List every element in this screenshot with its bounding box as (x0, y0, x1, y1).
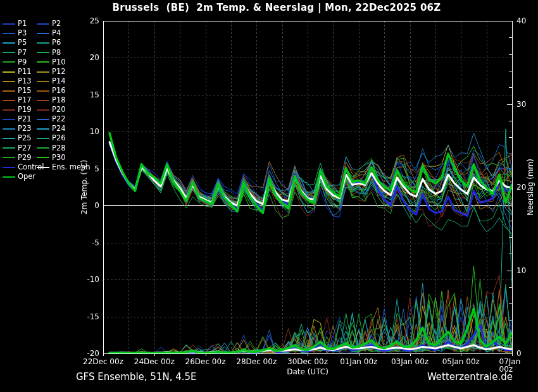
x-tick-label: 03Jan 00z (391, 358, 429, 365)
legend-item-p14: P14 (37, 77, 66, 86)
legend-swatch-p24 (37, 128, 49, 130)
right-axis-label: Neerslag (mm) (527, 159, 534, 216)
y-left-tick-label: 15 (74, 91, 99, 99)
legend-item-p12: P12 (37, 68, 66, 77)
x-tick-label: 01Jan 00z (340, 358, 377, 365)
footer-branding: Wetterzentrale.de (427, 372, 513, 382)
legend-label-p2: P2 (52, 20, 61, 28)
legend-label-oper: Oper (18, 173, 35, 181)
x-tick-label: 07Jan 00z (499, 358, 525, 373)
legend-label-p20: P20 (52, 106, 66, 114)
legend-swatch-p25 (3, 138, 15, 139)
legend-label-p24: P24 (52, 125, 66, 133)
legend-item-p2: P2 (37, 20, 61, 28)
legend-swatch-p14 (37, 81, 49, 82)
legend-label-p22: P22 (52, 116, 66, 123)
legend-label-p12: P12 (52, 68, 66, 76)
legend-swatch-ens-mean (37, 167, 49, 168)
legend-swatch-p8 (37, 52, 49, 53)
y-left-tick-label: -5 (74, 239, 99, 247)
legend-item-p24: P24 (37, 125, 66, 133)
legend-item-p16: P16 (37, 87, 66, 95)
legend-label-p11: P11 (18, 68, 32, 76)
legend-item-p26: P26 (37, 134, 66, 143)
legend-label-p27: P27 (18, 145, 32, 152)
legend-label-p17: P17 (18, 97, 32, 104)
chart-title: Brussels (BE) 2m Temp. & Neerslag | Mon,… (112, 3, 441, 13)
legend-item-p6: P6 (37, 39, 61, 47)
legend-label-p18: P18 (52, 97, 66, 104)
legend-swatch-p15 (3, 90, 15, 92)
x-tick-label: 28Dec 00z (236, 358, 277, 365)
legend-item-oper: Oper (3, 173, 35, 181)
legend-swatch-p26 (37, 138, 49, 139)
legend-swatch-p9 (3, 61, 15, 63)
legend-swatch-p11 (3, 71, 15, 73)
legend-swatch-p29 (3, 157, 15, 158)
y-right-tick-label: 20 (516, 183, 526, 191)
legend-item-p30: P30 (37, 153, 66, 162)
legend-item-p17: P17 (3, 96, 32, 105)
legend-swatch-p13 (3, 81, 15, 82)
legend-swatch-p28 (37, 147, 49, 149)
legend-item-p13: P13 (3, 77, 32, 86)
legend-label-p9: P9 (18, 59, 27, 66)
legend-label-p8: P8 (52, 49, 61, 57)
legend-label-p30: P30 (52, 154, 66, 162)
y-left-tick-label: 0 (74, 202, 99, 209)
x-tick-label: 30Dec 00z (287, 358, 328, 365)
legend-label-p4: P4 (52, 30, 61, 37)
legend-label-p15: P15 (18, 87, 32, 95)
legend-swatch-p19 (3, 109, 15, 111)
legend-swatch-p17 (3, 100, 15, 101)
x-tick-label: 24Dec 00z (134, 358, 175, 365)
legend-label-p16: P16 (52, 87, 66, 95)
legend-item-p20: P20 (37, 106, 66, 114)
legend-item-p25: P25 (3, 134, 32, 143)
legend-item-p18: P18 (37, 96, 66, 105)
y-left-tick-label: 25 (74, 17, 99, 25)
x-tick-label: 22Dec 00z (83, 358, 123, 365)
legend-label-p25: P25 (18, 135, 32, 142)
legend-swatch-p5 (3, 42, 15, 44)
legend-swatch-p30 (37, 157, 49, 158)
legend-swatch-p22 (37, 119, 49, 120)
legend-label-p6: P6 (52, 39, 61, 47)
legend-swatch-p1 (3, 23, 15, 25)
legend-label-p5: P5 (18, 39, 27, 47)
footer-model-info: GFS Ensemble, 51N, 4.5E (76, 372, 197, 382)
y-right-tick-label: 0 (516, 350, 522, 357)
legend-item-p1: P1 (3, 20, 27, 28)
y-left-tick-label: -10 (74, 276, 99, 283)
legend-swatch-p7 (3, 52, 15, 53)
y-right-tick-label: 40 (516, 17, 526, 25)
legend-label-p10: P10 (52, 59, 66, 66)
wetterzentrale-ensemble-meteogram: { "chart": { "footer_left": "GFS Ensembl… (0, 0, 538, 392)
legend-item-p29: P29 (3, 153, 32, 162)
legend-swatch-oper (3, 176, 15, 178)
legend-swatch-p16 (37, 90, 49, 92)
legend-label-p1: P1 (18, 20, 27, 28)
legend-label-p7: P7 (18, 49, 27, 57)
legend-item-p3: P3 (3, 29, 27, 38)
legend-item-p9: P9 (3, 58, 27, 66)
y-left-tick-label: 5 (74, 165, 99, 173)
y-right-tick-label: 10 (516, 267, 526, 274)
legend-swatch-p27 (3, 147, 15, 149)
y-left-tick-label: -15 (74, 313, 99, 321)
legend-label-p21: P21 (18, 116, 32, 123)
y-left-tick-label: -20 (74, 350, 99, 357)
legend-label-p3: P3 (18, 30, 27, 37)
legend-label-p28: P28 (52, 145, 66, 152)
legend-swatch-p21 (3, 119, 15, 120)
legend-item-p5: P5 (3, 39, 27, 47)
legend-item-p11: P11 (3, 68, 32, 77)
x-tick-label: 26Dec 00z (185, 358, 226, 365)
legend-label-p14: P14 (52, 78, 66, 85)
legend-swatch-p6 (37, 42, 49, 44)
legend-label-p23: P23 (18, 125, 32, 133)
x-axis-label: Date (UTC) (287, 368, 328, 376)
legend-swatch-p23 (3, 128, 15, 130)
legend-label-p19: P19 (18, 106, 32, 114)
legend-swatch-p12 (37, 71, 49, 73)
